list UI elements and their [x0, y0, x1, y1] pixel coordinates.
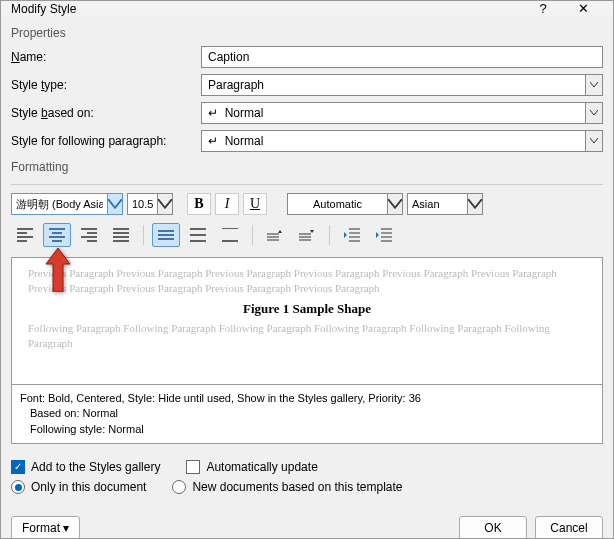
spacing-15-button[interactable]	[184, 223, 212, 247]
align-center-button[interactable]	[43, 223, 71, 247]
bold-button[interactable]: B	[187, 193, 211, 215]
based-on-label: Style based on:	[11, 106, 201, 120]
chevron-down-icon[interactable]	[585, 130, 603, 152]
auto-update-checkbox[interactable]	[186, 460, 200, 474]
spacing-2-button[interactable]	[216, 223, 244, 247]
auto-update-label: Automatically update	[206, 460, 317, 474]
preview-sample: Figure 1 Sample Shape	[28, 301, 586, 317]
ok-button[interactable]: OK	[459, 516, 527, 539]
script-combo[interactable]	[407, 193, 467, 215]
preview-pane: Previous Paragraph Previous Paragraph Pr…	[11, 257, 603, 385]
spacing-1-button[interactable]	[152, 223, 180, 247]
new-docs-radio[interactable]	[172, 480, 186, 494]
following-label: Style for following paragraph:	[11, 134, 201, 148]
align-justify-button[interactable]	[107, 223, 135, 247]
based-on-combo[interactable]	[201, 102, 585, 124]
chevron-down-icon[interactable]	[157, 193, 173, 215]
space-before-inc-button[interactable]	[261, 223, 289, 247]
only-doc-radio[interactable]	[11, 480, 25, 494]
properties-label: Properties	[11, 26, 603, 40]
chevron-down-icon[interactable]	[585, 102, 603, 124]
only-doc-label: Only in this document	[31, 480, 146, 494]
following-combo[interactable]	[201, 130, 585, 152]
size-combo[interactable]	[127, 193, 157, 215]
style-type-label: Style type:	[11, 78, 201, 92]
indent-increase-button[interactable]	[370, 223, 398, 247]
italic-button[interactable]: I	[215, 193, 239, 215]
cancel-button[interactable]: Cancel	[535, 516, 603, 539]
name-input[interactable]	[201, 46, 603, 68]
font-combo[interactable]	[11, 193, 107, 215]
space-before-dec-button[interactable]	[293, 223, 321, 247]
align-left-button[interactable]	[11, 223, 39, 247]
chevron-down-icon[interactable]	[467, 193, 483, 215]
style-type-combo[interactable]	[201, 74, 585, 96]
help-button[interactable]: ?	[523, 1, 563, 16]
formatting-label: Formatting	[11, 160, 603, 174]
close-button[interactable]: ✕	[563, 1, 603, 16]
preview-before: Previous Paragraph Previous Paragraph Pr…	[28, 266, 586, 297]
font-color-combo[interactable]	[287, 193, 387, 215]
add-gallery-label: Add to the Styles gallery	[31, 460, 160, 474]
align-right-button[interactable]	[75, 223, 103, 247]
indent-decrease-button[interactable]	[338, 223, 366, 247]
new-docs-label: New documents based on this template	[192, 480, 402, 494]
format-button[interactable]: Format ▾	[11, 516, 80, 539]
chevron-down-icon[interactable]	[585, 74, 603, 96]
chevron-down-icon[interactable]	[387, 193, 403, 215]
style-summary: Font: Bold, Centered, Style: Hide until …	[11, 385, 603, 444]
add-gallery-checkbox[interactable]: ✓	[11, 460, 25, 474]
underline-button[interactable]: U	[243, 193, 267, 215]
dialog-title: Modify Style	[11, 2, 523, 16]
preview-after: Following Paragraph Following Paragraph …	[28, 321, 586, 352]
chevron-down-icon[interactable]	[107, 193, 123, 215]
name-label: Name:	[11, 50, 201, 64]
